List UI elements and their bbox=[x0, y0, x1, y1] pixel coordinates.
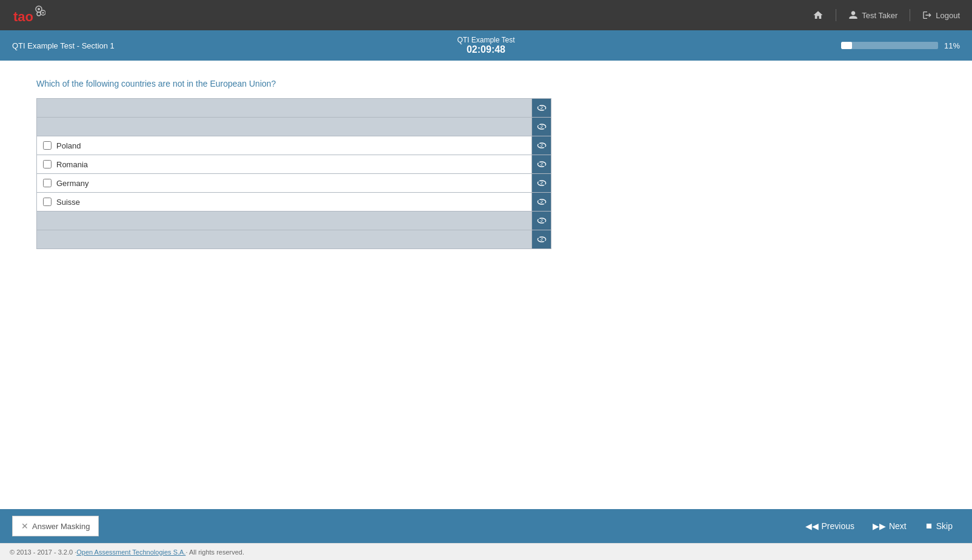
home-icon bbox=[813, 10, 824, 21]
answer-row-poland-content: Poland bbox=[37, 138, 531, 154]
top-nav-right: Test Taker Logout bbox=[813, 9, 960, 21]
svg-text:tao: tao bbox=[13, 9, 33, 24]
test-taker-user[interactable]: Test Taker bbox=[848, 10, 897, 20]
answer-row-suisse-content: Suisse bbox=[37, 194, 531, 210]
top-navigation: tao Test Taker Logout bbox=[0, 0, 972, 30]
label-suisse: Suisse bbox=[56, 198, 80, 207]
mask-toggle-7[interactable] bbox=[531, 212, 551, 230]
bottom-bar: ✕ Answer Masking ◀◀ Previous ▶▶ Next Ski… bbox=[0, 509, 972, 543]
label-romania: Romania bbox=[56, 160, 88, 169]
answer-list: Poland Romania bbox=[36, 98, 551, 249]
checkbox-germany[interactable] bbox=[43, 179, 52, 187]
logo: tao bbox=[12, 4, 45, 26]
answer-row-7 bbox=[37, 212, 551, 230]
progress-bar-container bbox=[841, 42, 938, 49]
logout-button[interactable]: Logout bbox=[922, 10, 960, 20]
skip-label: Skip bbox=[936, 521, 953, 531]
masking-close-icon: ✕ bbox=[21, 521, 28, 531]
mask-toggle-suisse[interactable] bbox=[531, 193, 551, 211]
svg-point-4 bbox=[37, 12, 41, 16]
test-name: QTI Example Test bbox=[457, 36, 514, 44]
section-title: QTI Example Test - Section 1 bbox=[12, 41, 182, 50]
answer-row-suisse: Suisse bbox=[37, 193, 551, 212]
answer-row-8-content bbox=[37, 236, 531, 243]
eye-icon-germany bbox=[537, 179, 547, 187]
header-bar: QTI Example Test - Section 1 QTI Example… bbox=[0, 30, 972, 61]
eye-icon-1 bbox=[537, 104, 547, 112]
answer-row-7-content bbox=[37, 217, 531, 224]
answer-row-2 bbox=[37, 118, 551, 136]
label-germany: Germany bbox=[56, 179, 88, 188]
skip-icon bbox=[925, 522, 933, 530]
answer-row-1-content bbox=[37, 104, 531, 112]
label-poland: Poland bbox=[56, 141, 81, 150]
answer-masking-label: Answer Masking bbox=[32, 522, 90, 531]
header-center: QTI Example Test 02:09:48 bbox=[182, 36, 790, 55]
mask-toggle-1[interactable] bbox=[531, 99, 551, 117]
answer-row-romania-content: Romania bbox=[37, 156, 531, 173]
answer-row-romania: Romania bbox=[37, 155, 551, 174]
logout-label: Logout bbox=[936, 11, 960, 20]
previous-label: Previous bbox=[822, 521, 854, 531]
mask-toggle-2[interactable] bbox=[531, 118, 551, 136]
mask-toggle-germany[interactable] bbox=[531, 174, 551, 192]
next-button[interactable]: ▶▶ Next bbox=[865, 518, 914, 535]
user-name: Test Taker bbox=[862, 11, 897, 20]
svg-point-1 bbox=[38, 8, 40, 10]
answer-row-germany-content: Germany bbox=[37, 175, 531, 192]
timer: 02:09:48 bbox=[467, 44, 505, 55]
previous-arrow-icon: ◀◀ bbox=[805, 521, 819, 531]
progress-percent: 11% bbox=[944, 41, 960, 50]
checkbox-poland[interactable] bbox=[43, 141, 52, 150]
answer-row-germany: Germany bbox=[37, 174, 551, 193]
mask-toggle-8[interactable] bbox=[531, 230, 551, 248]
main-content: Which of the following countries are not… bbox=[0, 61, 972, 509]
question-text: Which of the following countries are not… bbox=[36, 79, 936, 88]
answer-masking-button[interactable]: ✕ Answer Masking bbox=[12, 516, 99, 536]
home-button[interactable] bbox=[813, 10, 824, 21]
tao-logo-icon: tao bbox=[12, 4, 45, 26]
svg-point-3 bbox=[42, 12, 44, 14]
footer-copyright: © 2013 - 2017 - 3.2.0 · bbox=[10, 548, 76, 556]
footer-suffix: · All rights reserved. bbox=[185, 548, 244, 556]
skip-button[interactable]: Skip bbox=[917, 518, 960, 535]
next-label: Next bbox=[889, 521, 907, 531]
progress-bar-fill bbox=[841, 42, 852, 49]
checkbox-suisse[interactable] bbox=[43, 198, 52, 206]
mask-toggle-romania[interactable] bbox=[531, 155, 551, 173]
nav-divider-2 bbox=[910, 9, 910, 21]
eye-icon-8 bbox=[537, 236, 547, 243]
navigation-buttons: ◀◀ Previous ▶▶ Next Skip bbox=[798, 518, 960, 535]
eye-icon-romania bbox=[537, 161, 547, 168]
previous-button[interactable]: ◀◀ Previous bbox=[798, 518, 862, 535]
footer: © 2013 - 2017 - 3.2.0 · Open Assessment … bbox=[0, 543, 972, 560]
mask-toggle-poland[interactable] bbox=[531, 136, 551, 155]
answer-row-poland: Poland bbox=[37, 136, 551, 155]
eye-icon-poland bbox=[537, 142, 547, 149]
answer-row-1 bbox=[37, 99, 551, 118]
eye-icon-suisse bbox=[537, 198, 547, 205]
answer-row-2-content bbox=[37, 123, 531, 130]
next-arrow-icon: ▶▶ bbox=[873, 521, 886, 531]
footer-link[interactable]: Open Assessment Technologies S.A. bbox=[76, 548, 185, 556]
header-progress: 11% bbox=[790, 41, 960, 50]
logout-icon bbox=[922, 10, 932, 20]
user-icon bbox=[848, 10, 858, 20]
answer-row-8 bbox=[37, 230, 551, 248]
eye-icon-7 bbox=[537, 217, 547, 224]
checkbox-romania[interactable] bbox=[43, 160, 52, 168]
nav-divider bbox=[836, 9, 836, 21]
eye-icon-2 bbox=[537, 123, 547, 130]
